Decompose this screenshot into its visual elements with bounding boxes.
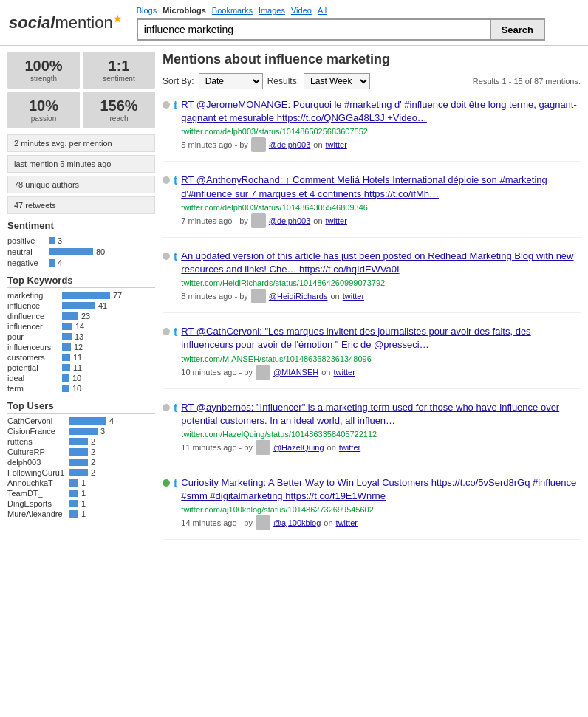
sentiment-positive-count: 3: [58, 236, 62, 245]
mention-link[interactable]: RT @aynbernos: "Influencer" is a marketi…: [181, 401, 581, 428]
stat-reach-label: reach: [87, 114, 151, 123]
mention-dot: [163, 253, 170, 260]
search-bar: influence marketing Search: [137, 18, 579, 41]
mention-link[interactable]: An updated version of this article has j…: [181, 250, 581, 276]
mention-body: RT @JeromeMONANGE: Pourquoi le #marketin…: [181, 98, 581, 152]
mention-link[interactable]: RT @JeromeMONANGE: Pourquoi le #marketin…: [181, 98, 581, 125]
mention-url[interactable]: twitter.com/aj100kblog/status/1014862732…: [181, 505, 581, 514]
user-row: AnnouchkaT 1: [7, 478, 155, 487]
content-area: Mentions about influence marketing Sort …: [163, 52, 581, 552]
mention-item: t Curiosity Marketing: A Better Way to W…: [163, 476, 581, 540]
user-row: DingEsports 1: [7, 499, 155, 508]
user-row: CathCervoni 4: [7, 416, 155, 425]
mention-url[interactable]: twitter.com/HazelQuing/status/1014863358…: [181, 430, 581, 439]
search-input[interactable]: influence marketing: [137, 18, 491, 41]
mention-url[interactable]: twitter.com/HeidiRichards/status/1014864…: [181, 278, 581, 287]
stat-sentiment-value: 1:1: [87, 58, 151, 75]
stat-passion: 10% passion: [7, 92, 80, 128]
mention-author[interactable]: @delph003: [269, 216, 310, 225]
mention-author[interactable]: @MIANSEH: [273, 368, 318, 377]
tab-all[interactable]: All: [318, 6, 327, 15]
mention-avatar: [256, 440, 270, 455]
tab-blogs[interactable]: Blogs: [137, 6, 157, 15]
mention-platform[interactable]: twitter: [334, 368, 355, 377]
user-bar: [69, 500, 78, 507]
stat-strength-label: strength: [12, 75, 75, 83]
twitter-icon: t: [174, 402, 177, 415]
user-label: CultureRP: [7, 447, 66, 456]
sentiment-neutral-row: neutral 80: [7, 247, 155, 256]
user-row: ruttens 2: [7, 437, 155, 446]
mention-platform[interactable]: twitter: [326, 140, 347, 149]
search-button[interactable]: Search: [491, 18, 545, 41]
mention-avatar: [256, 515, 270, 530]
stat-reach: 156% reach: [83, 92, 155, 128]
user-bar: [69, 510, 78, 518]
mention-url[interactable]: twitter.com/delph003/status/101486430554…: [181, 203, 581, 212]
sort-select[interactable]: Date Relevance: [199, 73, 263, 89]
mention-meta: 5 minutes ago - by @delph003 on twitter: [181, 137, 581, 152]
mention-author[interactable]: @HazelQuing: [273, 443, 324, 452]
mention-dot: [163, 328, 170, 335]
content-title: Mentions about influence marketing: [163, 52, 581, 67]
mention-item: t RT @JeromeMONANGE: Pourquoi le #market…: [163, 98, 581, 162]
sentiment-positive-bar: [49, 237, 55, 244]
user-count: 2: [91, 437, 95, 446]
mention-meta: 7 minutes ago - by @delph003 on twitter: [181, 213, 581, 228]
user-count: 2: [91, 447, 95, 456]
logo-social: social: [9, 14, 55, 32]
mention-platform[interactable]: twitter: [339, 443, 360, 452]
mention-dot: [163, 176, 170, 184]
keyword-label: pour: [7, 332, 59, 341]
keyword-row: pour 13: [7, 332, 155, 341]
mention-time: 11 minutes ago - by: [181, 443, 253, 452]
keyword-count: 10: [72, 384, 81, 393]
keywords-title: Top Keywords: [7, 275, 155, 288]
mention-platform[interactable]: twitter: [336, 518, 358, 527]
user-label: AnnouchkaT: [7, 478, 66, 487]
mention-dot: [163, 101, 170, 109]
info-retweets: 47 retweets: [7, 196, 155, 214]
user-count: 2: [91, 468, 95, 477]
nav-search-area: Blogs Microblogs Bookmarks Images Video …: [137, 6, 579, 41]
mention-link[interactable]: RT @CathCervoni: "Les marques invitent d…: [181, 325, 581, 351]
mention-dot: [163, 479, 170, 487]
tab-microblogs[interactable]: Microblogs: [163, 6, 206, 15]
user-row: FollowingGuru1 2: [7, 468, 155, 477]
mention-body: RT @aynbernos: "Influencer" is a marketi…: [181, 401, 581, 455]
mention-on: on: [324, 518, 332, 527]
mention-item: t RT @CathCervoni: "Les marques invitent…: [163, 325, 581, 388]
mention-dot: [163, 404, 170, 411]
mention-link[interactable]: Curiosity Marketing: A Better Way to Win…: [181, 476, 581, 503]
keyword-label: ideal: [7, 374, 59, 382]
mention-platform[interactable]: twitter: [343, 292, 364, 301]
mention-meta: 11 minutes ago - by @HazelQuing on twitt…: [181, 440, 581, 455]
keyword-count: 77: [113, 291, 122, 300]
mention-url[interactable]: twitter.com/delph003/status/101486502568…: [181, 127, 581, 136]
user-count: 1: [81, 478, 86, 487]
mention-on: on: [321, 368, 330, 377]
keyword-row: influenceurs 12: [7, 343, 155, 351]
keyword-bar: [62, 312, 78, 320]
mention-on: on: [330, 292, 339, 301]
keyword-bar: [62, 302, 95, 309]
info-unique-authors: 78 unique authors: [7, 176, 155, 193]
sentiment-negative-label: negative: [7, 258, 46, 267]
mention-time: 7 minutes ago - by: [181, 216, 248, 225]
keyword-label: marketing: [7, 291, 59, 300]
mention-link[interactable]: RT @AnthonyRochand: ↑ Comment Meliá Hote…: [181, 174, 581, 200]
tab-images[interactable]: Images: [259, 6, 285, 15]
mention-author[interactable]: @delph003: [269, 140, 310, 149]
mention-meta: 14 minutes ago - by @aj100kblog on twitt…: [181, 515, 581, 530]
keyword-bar: [62, 385, 69, 392]
mention-author[interactable]: @aj100kblog: [273, 518, 321, 527]
results-select[interactable]: Last Week Last Day Last Month: [304, 73, 370, 89]
mention-author[interactable]: @HeidiRichards: [269, 292, 328, 301]
tab-video[interactable]: Video: [291, 6, 312, 15]
mention-time: 10 minutes ago - by: [181, 368, 253, 377]
user-label: TeamDT_: [7, 489, 66, 498]
mention-platform[interactable]: twitter: [326, 216, 347, 225]
mention-meta: 8 minutes ago - by @HeidiRichards on twi…: [181, 289, 581, 303]
mention-url[interactable]: twitter.com/MIANSEH/status/1014863682361…: [181, 354, 581, 363]
tab-bookmarks[interactable]: Bookmarks: [212, 6, 253, 15]
